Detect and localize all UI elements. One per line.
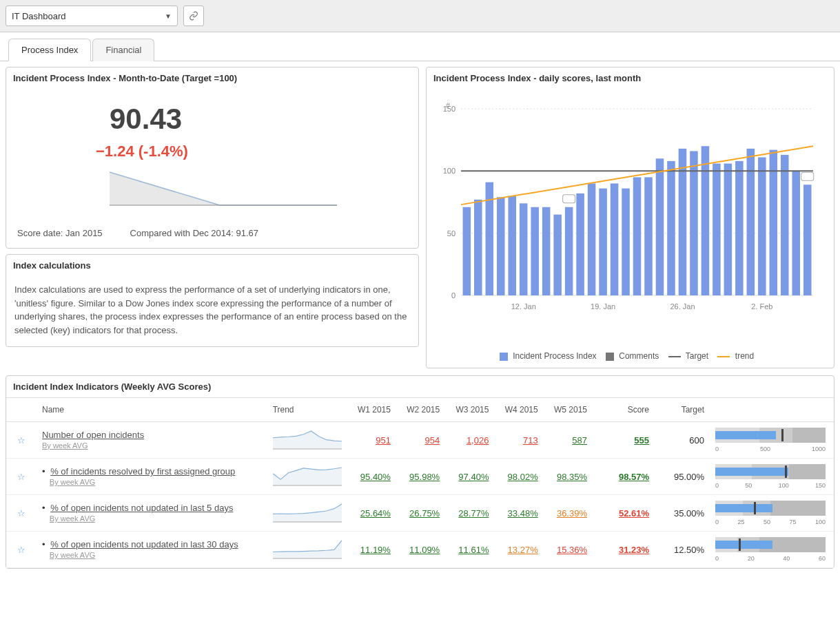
week-value[interactable]: 25.64% [360, 508, 391, 519]
bullet-ticks: 05001000 [715, 446, 826, 452]
kpi-title: Incident Process Index - Month-to-Date (… [6, 67, 418, 89]
legend-label: Incident Process Index [513, 351, 596, 361]
svg-rect-22 [588, 183, 596, 295]
indicators-card: Incident Index Indicators (Weekly AVG Sc… [6, 375, 834, 569]
week-value[interactable]: 15.36% [557, 545, 587, 555]
col-w5[interactable]: W5 2015 [544, 398, 593, 422]
link-button[interactable] [183, 6, 204, 26]
week-value[interactable]: 1,026 [467, 435, 489, 446]
score-value[interactable]: 31.23% [619, 545, 649, 555]
svg-rect-35 [735, 161, 744, 295]
indicator-name[interactable]: % of open incidents not updated in last … [50, 539, 238, 550]
star-icon[interactable]: ☆ [12, 545, 31, 555]
svg-marker-52 [273, 468, 342, 485]
svg-text:19. Jan: 19. Jan [591, 302, 615, 311]
week-value[interactable]: 11.09% [409, 545, 440, 555]
svg-rect-17 [531, 207, 539, 295]
svg-rect-40 [792, 171, 800, 295]
star-icon[interactable]: ☆ [12, 472, 31, 482]
trend-sparkline [273, 465, 342, 487]
kpi-footer-left: Score date: Jan 2015 [17, 228, 103, 238]
score-value[interactable]: 52.61% [619, 508, 649, 519]
table-row: ☆• % of open incidents not updated in la… [6, 495, 834, 532]
target-value: 600 [689, 435, 704, 446]
svg-rect-29 [667, 161, 675, 295]
col-w1[interactable]: W1 2015 [347, 398, 396, 422]
star-icon[interactable]: ☆ [12, 435, 31, 446]
legend-label: Target [686, 351, 708, 361]
week-value[interactable]: 98.02% [508, 472, 538, 482]
bullet-ticks: 0255075100 [715, 519, 826, 525]
tab-label: Process Index [21, 45, 78, 55]
svg-rect-20 [565, 207, 573, 295]
svg-marker-50 [273, 431, 342, 449]
indicator-name[interactable]: % of incidents resolved by first assigne… [50, 466, 235, 477]
svg-text:12. Jan: 12. Jan [511, 302, 536, 311]
kpi-delta: −1.24 (-1.4%) [34, 143, 391, 160]
svg-text:2. Feb: 2. Feb [751, 302, 772, 311]
week-value[interactable]: 587 [572, 435, 587, 446]
tab-process-index[interactable]: Process Index [8, 39, 91, 61]
tab-financial[interactable]: Financial [92, 39, 154, 61]
week-value[interactable]: 713 [523, 435, 538, 446]
target-value: 12.50% [674, 545, 704, 555]
week-value[interactable]: 33.48% [508, 508, 538, 519]
indicator-name[interactable]: Number of open incidents [42, 430, 144, 440]
dashboard-selector-value: IT Dashboard [12, 11, 66, 21]
indicator-name[interactable]: % of open incidents not updated in last … [50, 503, 233, 513]
col-name[interactable]: Name [37, 398, 267, 422]
col-target[interactable]: Target [655, 398, 710, 422]
col-score[interactable]: Score [593, 398, 655, 422]
indicator-sub[interactable]: By week AVG [42, 441, 88, 450]
svg-rect-31 [690, 151, 698, 295]
week-value[interactable]: 11.61% [458, 545, 489, 555]
indicators-title: Incident Index Indicators (Weekly AVG Sc… [6, 376, 834, 398]
week-value[interactable]: 26.75% [409, 508, 440, 519]
bullet-chart [715, 464, 826, 479]
bullet-chart [715, 428, 826, 443]
week-value[interactable]: 11.19% [360, 545, 391, 555]
svg-rect-39 [781, 155, 789, 295]
col-trend[interactable]: Trend [267, 398, 347, 422]
trend-sparkline [273, 501, 342, 523]
svg-rect-12 [474, 200, 482, 295]
indicator-sub[interactable]: By week AVG [50, 551, 95, 559]
week-value[interactable]: 13.27% [508, 545, 538, 555]
chart-title: Incident Process Index - daily scores, l… [427, 67, 834, 89]
col-w3[interactable]: W3 2015 [445, 398, 494, 422]
daily-scores-chart[interactable]: 050100150#12. Jan19. Jan26. Jan2. Feb [433, 96, 820, 344]
legend-label: trend [735, 351, 754, 361]
star-icon[interactable]: ☆ [12, 508, 31, 519]
target-value: 95.00% [674, 472, 704, 482]
svg-rect-33 [713, 164, 721, 295]
tab-label: Financial [105, 45, 141, 55]
bullet-dot: • [42, 466, 48, 477]
week-value[interactable]: 954 [424, 435, 440, 446]
bullet-dot: • [42, 539, 48, 550]
legend-swatch-bar [500, 353, 508, 361]
chart-legend: Incident Process Index Comments Target t… [433, 351, 820, 361]
week-value[interactable]: 95.98% [409, 472, 440, 482]
svg-rect-41 [803, 185, 812, 295]
week-value[interactable]: 36.39% [557, 508, 587, 519]
score-value[interactable]: 555 [634, 435, 649, 446]
top-bar: IT Dashboard ▼ [0, 0, 840, 32]
col-w4[interactable]: W4 2015 [494, 398, 543, 422]
week-value[interactable]: 97.40% [458, 472, 489, 482]
tab-row: Process Index Financial [0, 32, 840, 61]
col-w2[interactable]: W2 2015 [396, 398, 445, 422]
svg-rect-19 [553, 215, 562, 295]
week-value[interactable]: 28.77% [458, 508, 489, 519]
week-value[interactable]: 95.40% [360, 472, 391, 482]
svg-marker-56 [273, 541, 342, 558]
svg-rect-34 [724, 164, 733, 295]
week-value[interactable]: 98.35% [557, 472, 587, 482]
dashboard-selector[interactable]: IT Dashboard ▼ [6, 6, 178, 26]
week-value[interactable]: 951 [376, 435, 391, 446]
legend-swatch-target [668, 356, 681, 357]
svg-rect-25 [622, 189, 630, 295]
indicator-sub[interactable]: By week AVG [50, 514, 95, 523]
indicator-sub[interactable]: By week AVG [50, 478, 95, 486]
indicators-table: Name Trend W1 2015 W2 2015 W3 2015 W4 20… [6, 398, 834, 568]
score-value[interactable]: 98.57% [619, 472, 649, 482]
